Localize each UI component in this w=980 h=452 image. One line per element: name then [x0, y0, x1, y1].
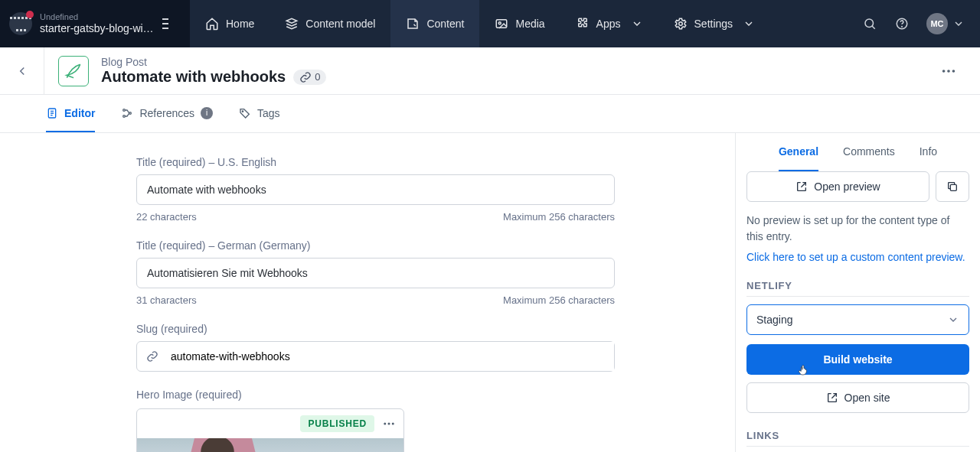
- nav-content[interactable]: Content: [390, 0, 479, 47]
- netlify-section-title: NETLIFY: [746, 280, 969, 297]
- nav-media[interactable]: Media: [479, 0, 560, 47]
- tab-tags[interactable]: Tags: [239, 95, 280, 132]
- entry-more-button[interactable]: [917, 47, 980, 94]
- dots-horizontal-icon: [940, 63, 957, 80]
- open-site-button[interactable]: Open site: [746, 382, 969, 413]
- tab-references[interactable]: References i: [121, 95, 213, 132]
- copy-icon: [946, 180, 959, 193]
- char-count: 31 characters: [136, 294, 197, 306]
- link-count: 0: [315, 71, 320, 83]
- space-name: starter-gatsby-blog-wit…: [40, 22, 155, 35]
- chevron-down-icon: [947, 314, 959, 326]
- apps-icon: [576, 17, 590, 31]
- chevron-down-icon: [952, 18, 965, 30]
- nav-content-model-label: Content model: [305, 18, 375, 30]
- content-model-icon: [285, 17, 299, 31]
- field-hero-image: Hero Image (required) PUBLISHED: [134, 389, 735, 452]
- svg-point-3: [865, 19, 874, 28]
- svg-rect-17: [950, 184, 956, 190]
- avatar: MC: [926, 13, 948, 34]
- field-label: Title (required) – German (Germany): [136, 239, 735, 252]
- svg-point-10: [123, 109, 126, 111]
- apps-grid-icon[interactable]: [9, 12, 32, 35]
- field-label: Title (required) – U.S. English: [136, 156, 735, 168]
- content-icon: [406, 17, 420, 31]
- references-icon: [121, 107, 133, 119]
- status-badge: PUBLISHED: [300, 415, 374, 432]
- side-tab-comments[interactable]: Comments: [843, 133, 895, 171]
- cursor-hand-icon: [797, 363, 811, 378]
- field-title-de: Title (required) – German (Germany) 31 c…: [134, 239, 735, 306]
- nav-media-label: Media: [515, 18, 544, 30]
- svg-point-8: [952, 70, 956, 73]
- info-badge: i: [201, 107, 213, 119]
- svg-point-15: [388, 423, 390, 425]
- link-icon: [137, 350, 168, 363]
- tab-editor[interactable]: Editor: [46, 95, 95, 132]
- search-icon[interactable]: [862, 16, 877, 31]
- media-icon: [495, 17, 508, 31]
- hero-image-card[interactable]: PUBLISHED: [136, 408, 404, 452]
- tab-tags-label: Tags: [257, 107, 280, 119]
- build-website-button[interactable]: Build website: [746, 344, 969, 375]
- copy-preview-button[interactable]: [936, 171, 969, 202]
- nav-settings[interactable]: Settings: [658, 0, 771, 47]
- gear-icon: [674, 17, 688, 31]
- char-max: Maximum 256 characters: [503, 211, 615, 223]
- side-tab-info[interactable]: Info: [920, 133, 937, 171]
- editor-main: Title (required) – U.S. English 22 chara…: [0, 133, 735, 452]
- editor-tabs: Editor References i Tags: [0, 95, 980, 133]
- external-link-icon: [795, 180, 808, 193]
- tab-editor-label: Editor: [64, 107, 95, 119]
- link-icon: [299, 71, 312, 83]
- menu-toggle-icon[interactable]: [162, 18, 182, 29]
- content-type-icon: [58, 56, 89, 86]
- field-slug: Slug (required): [134, 323, 735, 372]
- svg-point-14: [384, 423, 386, 425]
- slug-input[interactable]: [168, 342, 614, 371]
- nav-home[interactable]: Home: [190, 0, 270, 47]
- open-site-label: Open site: [844, 392, 890, 404]
- external-link-icon: [826, 392, 838, 404]
- svg-point-1: [499, 22, 501, 24]
- open-preview-button[interactable]: Open preview: [746, 171, 929, 202]
- top-nav: Undefined starter-gatsby-blog-wit… Home …: [0, 0, 980, 47]
- field-title-en: Title (required) – U.S. English 22 chara…: [134, 156, 735, 223]
- open-preview-label: Open preview: [814, 180, 880, 193]
- back-button[interactable]: [0, 47, 44, 94]
- svg-point-2: [678, 22, 682, 26]
- chevron-down-icon: [631, 18, 643, 30]
- no-preview-text: No preview is set up for the content typ…: [746, 213, 969, 245]
- netlify-env-select[interactable]: Staging: [746, 304, 969, 335]
- nav-apps-label: Apps: [596, 18, 621, 30]
- space-switcher[interactable]: Undefined starter-gatsby-blog-wit…: [0, 0, 190, 47]
- nav-settings-label: Settings: [694, 18, 733, 30]
- user-menu[interactable]: MC: [926, 13, 965, 34]
- tag-icon: [239, 107, 251, 119]
- dots-horizontal-icon[interactable]: [382, 417, 396, 431]
- link-count-badge: 0: [293, 70, 326, 85]
- netlify-env-value: Staging: [756, 314, 792, 326]
- chevron-down-icon: [743, 18, 755, 30]
- svg-point-13: [242, 111, 243, 112]
- svg-point-5: [902, 26, 903, 27]
- nav-content-label: Content: [426, 18, 464, 30]
- tab-references-label: References: [139, 107, 194, 119]
- nav-content-model[interactable]: Content model: [270, 0, 390, 47]
- setup-preview-link[interactable]: Click here to set up a custom content pr…: [746, 251, 969, 263]
- document-icon: [46, 107, 58, 119]
- links-section-title: LINKS: [746, 430, 969, 447]
- nav-home-label: Home: [226, 18, 254, 30]
- entry-title: Automate with webhooks: [101, 68, 286, 86]
- help-icon[interactable]: [894, 16, 910, 31]
- title-de-input[interactable]: [136, 258, 615, 288]
- env-name: Undefined: [40, 12, 155, 22]
- char-count: 22 characters: [136, 211, 197, 223]
- nav-apps[interactable]: Apps: [560, 0, 658, 47]
- svg-point-7: [947, 70, 950, 73]
- title-en-input[interactable]: [136, 174, 615, 205]
- entry-sidebar: General Comments Info Open preview No pr…: [735, 133, 980, 452]
- hero-image-preview: [137, 438, 403, 452]
- side-tab-general[interactable]: General: [779, 133, 818, 171]
- entry-header: Blog Post Automate with webhooks 0: [0, 47, 980, 95]
